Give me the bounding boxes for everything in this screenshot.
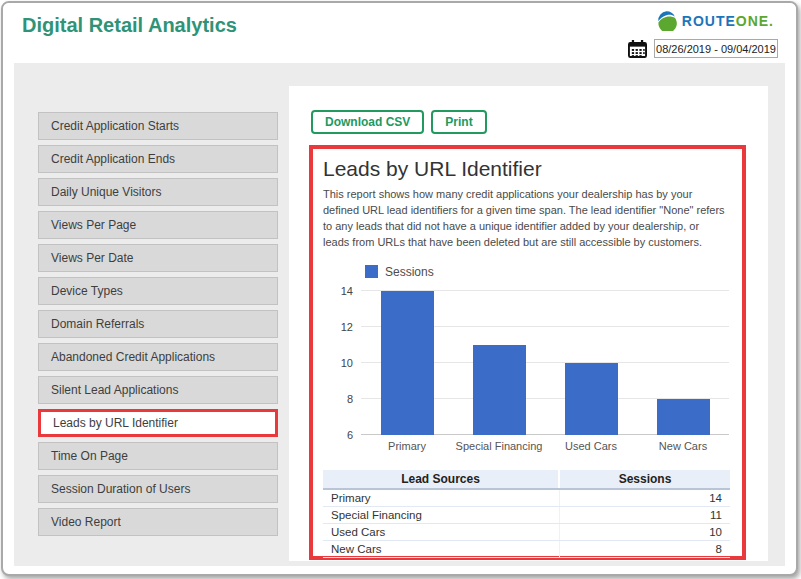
- sidebar-item-daily-unique-visitors[interactable]: Daily Unique Visitors: [38, 178, 278, 206]
- x-tick-label: Used Cars: [545, 440, 637, 454]
- lead-sources-table: Lead Sources Sessions Primary 14 Special…: [323, 470, 730, 558]
- bar-primary: [381, 291, 434, 435]
- cell-lead-source: Used Cars: [323, 523, 559, 540]
- sidebar-item-domain-referrals[interactable]: Domain Referrals: [38, 310, 278, 338]
- sidebar-item-views-per-page[interactable]: Views Per Page: [38, 211, 278, 239]
- x-axis-labels: Primary Special Financing Used Cars New …: [361, 440, 729, 454]
- routeone-logo: ROUTE ONE.: [656, 10, 774, 31]
- sidebar-item-credit-application-starts[interactable]: Credit Application Starts: [38, 112, 278, 140]
- cell-sessions: 14: [559, 489, 730, 507]
- sidebar-item-views-per-date[interactable]: Views Per Date: [38, 244, 278, 272]
- sessions-bar-chart: Sessions 14 12 10 8: [323, 265, 730, 454]
- legend-label: Sessions: [385, 265, 434, 279]
- y-tick-label: 8: [347, 393, 353, 405]
- sidebar-item-session-duration-of-users[interactable]: Session Duration of Users: [38, 475, 278, 503]
- logo-text-route: ROUTE: [682, 13, 736, 29]
- cell-sessions: 10: [559, 523, 730, 540]
- cell-sessions: 11: [559, 506, 730, 523]
- y-tick-label: 10: [341, 357, 353, 369]
- table-header-row: Lead Sources Sessions: [323, 470, 730, 489]
- y-tick-label: 12: [341, 321, 353, 333]
- main-content: Download CSV Print Leads by URL Identifi…: [289, 86, 768, 561]
- app-window: Digital Retail Analytics ROUTE ONE.: [1, 1, 798, 576]
- chart-legend: Sessions: [365, 265, 730, 279]
- sidebar-item-leads-by-url-identifier[interactable]: Leads by URL Identifier: [38, 409, 278, 437]
- table-row: New Cars 8: [323, 540, 730, 557]
- table-row: Special Financing 11: [323, 506, 730, 523]
- print-button[interactable]: Print: [431, 110, 486, 134]
- cell-lead-source: Primary: [323, 489, 559, 507]
- x-tick-label: New Cars: [637, 440, 729, 454]
- sidebar-item-video-report[interactable]: Video Report: [38, 508, 278, 536]
- x-tick-label: Special Financing: [453, 440, 545, 454]
- page-title: Digital Retail Analytics: [22, 14, 237, 37]
- y-tick-label: 14: [341, 285, 353, 297]
- report-description: This report shows how many credit applic…: [323, 187, 726, 251]
- report-highlight-box: Leads by URL Identifier This report show…: [309, 145, 746, 560]
- date-range-control: [628, 39, 778, 58]
- y-tick-label: 6: [347, 429, 353, 441]
- download-csv-button[interactable]: Download CSV: [311, 110, 424, 134]
- sidebar-item-device-types[interactable]: Device Types: [38, 277, 278, 305]
- cell-lead-source: New Cars: [323, 540, 559, 557]
- date-range-input[interactable]: [654, 39, 778, 58]
- content-panel: Credit Application Starts Credit Applica…: [14, 63, 785, 566]
- chart-plot-area: 14 12 10 8 6: [361, 291, 729, 454]
- bars-group: [361, 291, 729, 435]
- bar-new-cars: [657, 399, 710, 435]
- logo-text-one: ONE.: [736, 13, 774, 29]
- toolbar: Download CSV Print: [289, 86, 768, 134]
- table-row: Primary 14: [323, 489, 730, 507]
- sidebar-item-abandoned-credit-applications[interactable]: Abandoned Credit Applications: [38, 343, 278, 371]
- sidebar-item-credit-application-ends[interactable]: Credit Application Ends: [38, 145, 278, 173]
- calendar-icon[interactable]: [628, 40, 647, 58]
- sidebar: Credit Application Starts Credit Applica…: [38, 112, 278, 536]
- cell-lead-source: Special Financing: [323, 506, 559, 523]
- report-title: Leads by URL Identifier: [323, 157, 730, 181]
- col-header-lead-sources: Lead Sources: [323, 470, 559, 489]
- cell-sessions: 8: [559, 540, 730, 557]
- bar-used-cars: [565, 363, 618, 435]
- header: Digital Retail Analytics ROUTE ONE.: [3, 3, 796, 63]
- routeone-swoosh-icon: [656, 10, 677, 31]
- sidebar-item-silent-lead-applications[interactable]: Silent Lead Applications: [38, 376, 278, 404]
- x-tick-label: Primary: [361, 440, 453, 454]
- table-row: Used Cars 10: [323, 523, 730, 540]
- sidebar-item-time-on-page[interactable]: Time On Page: [38, 442, 278, 470]
- legend-swatch-icon: [365, 265, 378, 278]
- col-header-sessions: Sessions: [559, 470, 730, 489]
- bar-special-financing: [473, 345, 526, 435]
